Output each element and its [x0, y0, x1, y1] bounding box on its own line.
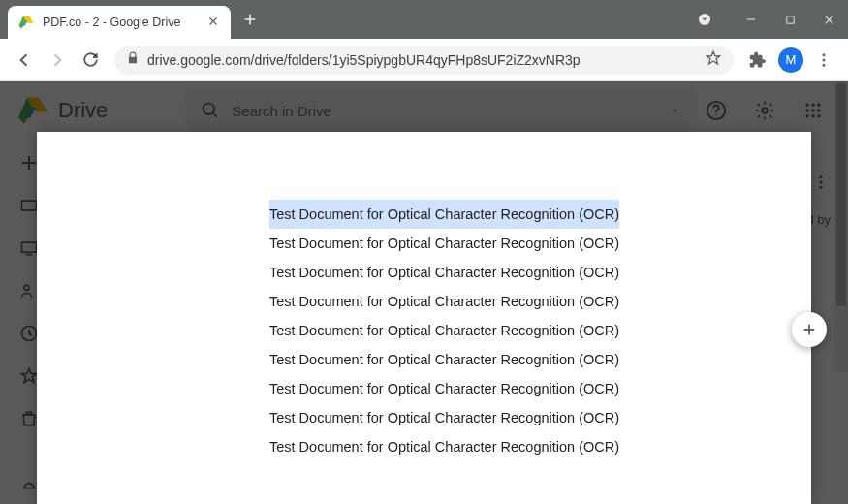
url-text: drive.google.com/drive/folders/1yi5Spiyp… — [147, 52, 705, 68]
drive-favicon-icon — [17, 14, 35, 31]
window-titlebar: PDF.co - 2 - Google Drive — [0, 0, 848, 39]
document-line[interactable]: Test Document for Optical Character Reco… — [269, 236, 619, 251]
browser-menu-button[interactable] — [807, 44, 840, 77]
browser-toolbar: drive.google.com/drive/folders/1yi5Spiyp… — [0, 39, 848, 81]
window-close-button[interactable] — [809, 0, 848, 39]
nav-reload-button[interactable] — [74, 44, 107, 77]
document-content: Test Document for Optical Character Reco… — [37, 132, 811, 461]
window-controls — [685, 0, 848, 39]
document-line[interactable]: Test Document for Optical Character Reco… — [269, 439, 619, 455]
svg-point-2 — [823, 53, 826, 56]
svg-point-3 — [823, 58, 826, 61]
nav-back-button[interactable] — [8, 44, 41, 77]
document-line[interactable]: Test Document for Optical Character Reco… — [269, 381, 619, 396]
lock-icon — [126, 51, 140, 69]
address-bar[interactable]: drive.google.com/drive/folders/1yi5Spiyp… — [114, 46, 734, 75]
document-preview: Test Document for Optical Character Reco… — [37, 132, 811, 504]
add-companion-button[interactable] — [792, 312, 827, 347]
tab-close-button[interactable] — [205, 13, 221, 32]
document-line[interactable]: Test Document for Optical Character Reco… — [269, 410, 619, 425]
window-maximize-button[interactable] — [770, 0, 809, 39]
document-line[interactable]: Test Document for Optical Character Reco… — [269, 200, 619, 229]
content-area: Drive ed by — [0, 81, 848, 504]
document-line[interactable]: Test Document for Optical Character Reco… — [269, 352, 619, 367]
svg-point-4 — [823, 63, 826, 66]
profile-avatar[interactable]: M — [778, 47, 803, 73]
bookmark-star-icon[interactable] — [705, 49, 722, 71]
new-tab-button[interactable] — [242, 12, 258, 31]
extensions-icon[interactable] — [741, 44, 774, 77]
nav-forward-button[interactable] — [41, 44, 74, 77]
document-line[interactable]: Test Document for Optical Character Reco… — [269, 323, 619, 338]
svg-rect-1 — [786, 16, 793, 22]
cone-down-icon[interactable] — [685, 0, 724, 39]
window-minimize-button[interactable] — [732, 0, 770, 39]
document-line[interactable]: Test Document for Optical Character Reco… — [269, 265, 619, 280]
document-line[interactable]: Test Document for Optical Character Reco… — [269, 294, 619, 309]
tab-title: PDF.co - 2 - Google Drive — [43, 16, 205, 29]
browser-tab[interactable]: PDF.co - 2 - Google Drive — [8, 6, 231, 39]
